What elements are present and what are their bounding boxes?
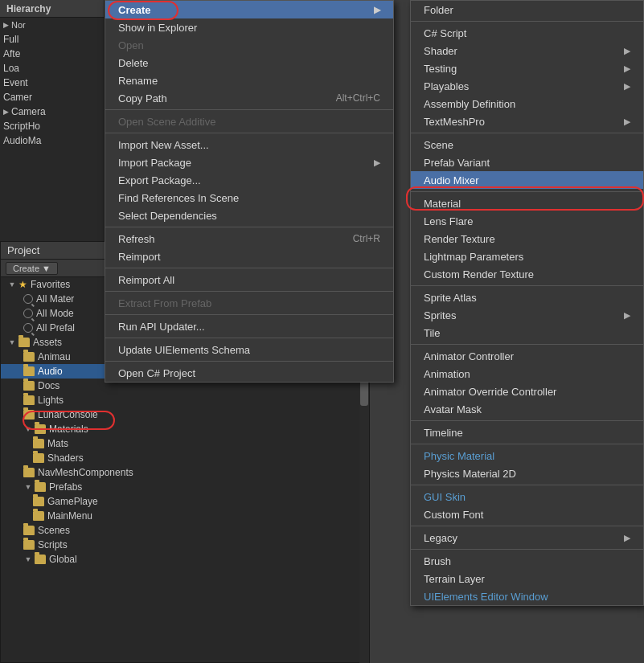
tile-item[interactable]: Tile: [411, 324, 643, 342]
hierarchy-item[interactable]: ▶ Camera: [0, 104, 104, 119]
run-api-updater-item[interactable]: Run API Updater...: [105, 317, 393, 335]
assembly-definition-item[interactable]: Assembly Definition: [411, 95, 643, 113]
render-texture-item[interactable]: Render Texture: [411, 230, 643, 248]
material-item[interactable]: Material: [411, 194, 643, 212]
timeline-item[interactable]: Timeline: [411, 424, 643, 441]
playables-label: Playables: [424, 80, 469, 92]
find-references-item[interactable]: Find References In Scene: [105, 189, 393, 207]
rename-item[interactable]: Rename: [105, 72, 393, 89]
separator2: [411, 133, 643, 133]
all-prefabs-label: All Prefal: [36, 322, 75, 334]
open-csharp-project-item[interactable]: Open C# Project: [105, 364, 393, 382]
gui-skin-item[interactable]: GUI Skin: [411, 488, 643, 505]
physics-material-2d-label: Physics Material 2D: [424, 468, 516, 480]
terrain-layer-item[interactable]: Terrain Layer: [411, 570, 643, 587]
separator6: [411, 420, 643, 421]
animation-item[interactable]: Animation: [411, 365, 643, 383]
lunarconsole-item[interactable]: LunarConsole: [1, 407, 369, 422]
folder-item[interactable]: Folder: [411, 1, 643, 18]
prefabs-item[interactable]: ▼ Prefabs: [1, 480, 369, 494]
animator-override-item[interactable]: Animator Override Controller: [411, 383, 643, 400]
brush-item[interactable]: Brush: [411, 552, 643, 570]
create-menu-item[interactable]: Create ▶: [105, 1, 393, 18]
physic-material-item[interactable]: Physic Material: [411, 447, 643, 465]
create-dropdown-button[interactable]: Create ▼: [6, 262, 58, 275]
shader-item[interactable]: Shader ▶: [411, 42, 643, 59]
custom-render-texture-label: Custom Render Texture: [424, 268, 534, 280]
shader-label: Shader: [424, 45, 457, 57]
custom-font-item[interactable]: Custom Font: [411, 505, 643, 523]
material-label: Material: [424, 198, 461, 210]
folder-icon: [33, 511, 44, 521]
export-package-item[interactable]: Export Package...: [105, 171, 393, 189]
animator-override-label: Animator Override Controller: [424, 386, 556, 398]
folder-icon: [23, 381, 35, 391]
rename-label: Rename: [118, 75, 158, 87]
hierarchy-item[interactable]: ScriptHo: [0, 119, 104, 133]
textmeshpro-item[interactable]: TextMeshPro ▶: [411, 113, 643, 130]
update-uielements-item[interactable]: Update UIElements Schema: [105, 341, 393, 358]
sprites-item[interactable]: Sprites ▶: [411, 306, 643, 324]
physics-material-2d-item[interactable]: Physics Material 2D: [411, 465, 643, 482]
animator-controller-item[interactable]: Animator Controller: [411, 347, 643, 365]
hierarchy-item[interactable]: Afte: [0, 47, 104, 61]
lightmap-parameters-label: Lightmap Parameters: [424, 251, 523, 263]
mainmenu-item[interactable]: MainMenu: [1, 509, 369, 523]
separator8: [411, 485, 643, 485]
scene-item[interactable]: Scene: [411, 136, 643, 153]
separator3: [411, 191, 643, 192]
hierarchy-item[interactable]: ▶ Nor: [0, 18, 104, 32]
folder-icon: [23, 366, 35, 376]
hierarchy-item[interactable]: Event: [0, 76, 104, 90]
select-dependencies-label: Select Dependencies: [118, 210, 217, 222]
testing-item[interactable]: Testing ▶: [411, 59, 643, 77]
run-api-updater-label: Run API Updater...: [118, 321, 205, 333]
delete-item[interactable]: Delete: [105, 54, 393, 72]
csharp-script-item[interactable]: C# Script: [411, 24, 643, 42]
global-item[interactable]: ▼ Global: [1, 552, 369, 567]
sprite-atlas-item[interactable]: Sprite Atlas: [411, 289, 643, 306]
hierarchy-item[interactable]: Camer: [0, 90, 104, 104]
uielements-editor-window-item[interactable]: UIElements Editor Window: [411, 587, 643, 605]
submenu-arrow: ▶: [374, 5, 380, 15]
audio-mixer-label: Audio Mixer: [424, 174, 479, 186]
hierarchy-item[interactable]: Loa: [0, 61, 104, 76]
shaders-item[interactable]: Shaders: [1, 451, 369, 465]
mats-item[interactable]: Mats: [1, 436, 369, 451]
legacy-item[interactable]: Legacy ▶: [411, 529, 643, 546]
all-materials-label: All Mater: [36, 293, 74, 305]
navmesh-item[interactable]: NavMeshComponents: [1, 465, 369, 480]
audio-mixer-item[interactable]: Audio Mixer: [411, 171, 643, 189]
prefab-variant-item[interactable]: Prefab Variant: [411, 153, 643, 171]
refresh-shortcut: Ctrl+R: [353, 233, 380, 244]
hierarchy-item[interactable]: Full: [0, 32, 104, 47]
terrain-layer-label: Terrain Layer: [424, 573, 485, 585]
select-dependencies-item[interactable]: Select Dependencies: [105, 207, 393, 224]
scripts-item[interactable]: Scripts: [1, 538, 369, 552]
show-in-explorer-item[interactable]: Show in Explorer: [105, 18, 393, 36]
legacy-label: Legacy: [424, 532, 457, 544]
hierarchy-item[interactable]: AudioMa: [0, 133, 104, 148]
reimport-all-item[interactable]: Reimport All: [105, 271, 393, 289]
lightmap-parameters-item[interactable]: Lightmap Parameters: [411, 248, 643, 265]
reimport-item[interactable]: Reimport: [105, 248, 393, 265]
materials-label: Materials: [49, 424, 88, 435]
custom-render-texture-item[interactable]: Custom Render Texture: [411, 265, 643, 283]
materials-item[interactable]: ▼ Materials: [1, 422, 369, 436]
timeline-label: Timeline: [424, 427, 463, 439]
uielements-editor-window-label: UIElements Editor Window: [424, 591, 548, 603]
scenes-item[interactable]: Scenes: [1, 523, 369, 538]
update-uielements-label: Update UIElements Schema: [118, 344, 250, 356]
folder-icon: [23, 540, 35, 550]
testing-label: Testing: [424, 63, 457, 75]
lights-item[interactable]: Lights: [1, 393, 369, 407]
copy-path-shortcut: Alt+Ctrl+C: [336, 92, 380, 104]
import-package-item[interactable]: Import Package ▶: [105, 153, 393, 171]
refresh-item[interactable]: Refresh Ctrl+R: [105, 230, 393, 248]
avatar-mask-item[interactable]: Avatar Mask: [411, 400, 643, 418]
gameplayer-item[interactable]: GamePlaye: [1, 494, 369, 509]
copy-path-item[interactable]: Copy Path Alt+Ctrl+C: [105, 89, 393, 107]
playables-item[interactable]: Playables ▶: [411, 77, 643, 95]
lens-flare-item[interactable]: Lens Flare: [411, 212, 643, 230]
import-new-asset-item[interactable]: Import New Asset...: [105, 136, 393, 153]
